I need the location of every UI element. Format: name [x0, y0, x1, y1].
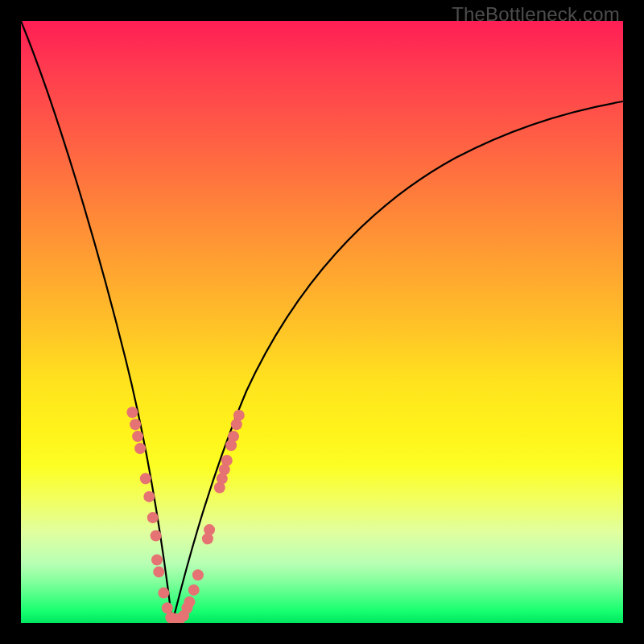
marker-dot	[130, 419, 141, 430]
marker-dot	[228, 431, 239, 442]
plot-area	[21, 21, 623, 623]
marker-dot	[143, 491, 155, 502]
marker-dot	[162, 602, 173, 613]
marker-dot	[151, 530, 162, 542]
curve-overlay	[21, 21, 623, 623]
marker-dot	[233, 410, 245, 421]
marker-dot	[221, 455, 233, 466]
marker-dot	[140, 473, 151, 485]
watermark-text: TheBottleneck.com	[452, 3, 620, 26]
marker-dot	[192, 569, 204, 580]
marker-dot	[184, 597, 195, 608]
marker-dot	[153, 566, 164, 577]
marker-dot	[132, 431, 143, 442]
marker-dot	[158, 588, 169, 599]
marker-dot	[134, 443, 146, 454]
chart-frame: TheBottleneck.com	[0, 0, 644, 644]
marker-dot	[126, 407, 138, 418]
left-curve	[21, 21, 172, 623]
marker-dot	[188, 584, 200, 596]
marker-dot	[147, 512, 159, 523]
marker-dot	[204, 524, 215, 535]
right-curve	[172, 101, 623, 623]
marker-dot	[151, 555, 163, 566]
